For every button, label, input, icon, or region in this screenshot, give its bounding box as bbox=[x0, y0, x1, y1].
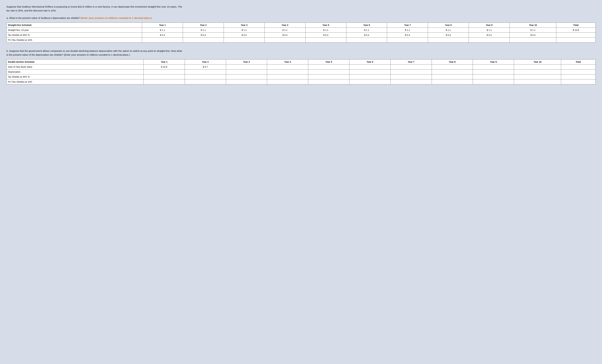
table-b-header-y10: Year 10 bbox=[514, 60, 561, 64]
cell-r3-c6[interactable] bbox=[390, 79, 432, 84]
cell-r0-c2[interactable] bbox=[226, 64, 267, 70]
cell-r0-c10[interactable] bbox=[561, 64, 595, 70]
currency-symbol: $ bbox=[201, 34, 202, 36]
table-b-header-y5: Year 5 bbox=[308, 60, 349, 64]
cell-r2-c1[interactable] bbox=[185, 74, 226, 79]
cell-r0-c5[interactable]: $1.1 bbox=[346, 28, 387, 33]
cell-r0-c9[interactable] bbox=[514, 64, 561, 70]
table-b-header-y3: Year 3 bbox=[226, 60, 267, 64]
cell-r0-c1[interactable]: $9.7 bbox=[185, 64, 226, 70]
cell-r1-c10[interactable] bbox=[556, 33, 596, 38]
cell-r1-c9[interactable] bbox=[514, 70, 561, 74]
cell-r2-c0[interactable] bbox=[143, 74, 185, 79]
cell-r0-c6[interactable] bbox=[390, 64, 432, 70]
cell-r3-c0[interactable] bbox=[143, 79, 185, 84]
cell-r1-c4[interactable]: $0.4 bbox=[305, 33, 346, 38]
cell-r0-c9[interactable]: $1.1 bbox=[510, 28, 556, 33]
cell-r1-c5[interactable]: $0.4 bbox=[346, 33, 387, 38]
cell-r2-c9[interactable] bbox=[510, 38, 556, 43]
cell-r0-c3[interactable]: $1.1 bbox=[265, 28, 305, 33]
table-a-header-y7: Year 7 bbox=[387, 23, 428, 28]
cell-r0-c8[interactable]: $1.1 bbox=[469, 28, 510, 33]
cell-r3-c8[interactable] bbox=[473, 79, 514, 84]
cell-r2-c6[interactable] bbox=[390, 74, 432, 79]
cell-r1-c4[interactable] bbox=[308, 70, 349, 74]
cell-r0-c3[interactable] bbox=[267, 64, 308, 70]
cell-r1-c10[interactable] bbox=[561, 70, 595, 74]
cell-r2-c4[interactable] bbox=[305, 38, 346, 43]
currency-symbol: $ bbox=[323, 34, 324, 36]
cell-r2-c3[interactable] bbox=[265, 38, 305, 43]
cell-r2-c0[interactable] bbox=[142, 38, 183, 43]
cell-r2-c7[interactable] bbox=[428, 38, 469, 43]
cell-r1-c8[interactable] bbox=[473, 70, 514, 74]
cell-r3-c5[interactable] bbox=[349, 79, 390, 84]
cell-r0-c1[interactable]: $1.1 bbox=[183, 28, 224, 33]
cell-r0-c6[interactable]: $1.1 bbox=[387, 28, 428, 33]
cell-r1-c0[interactable] bbox=[143, 70, 185, 74]
table-b-header-y2: Year 2 bbox=[185, 60, 226, 64]
table-row: Tax Shields at 35% Tc bbox=[7, 74, 596, 79]
cell-value: 0.4 bbox=[366, 34, 369, 36]
part-b-text: b. Suppose that the government allows co… bbox=[6, 49, 183, 57]
table-a-header-y6: Year 6 bbox=[346, 23, 387, 28]
cell-r1-c0[interactable]: $0.4 bbox=[142, 33, 183, 38]
cell-r2-c3[interactable] bbox=[267, 74, 308, 79]
cell-r2-c7[interactable] bbox=[432, 74, 473, 79]
cell-r3-c10[interactable] bbox=[561, 79, 595, 84]
cell-r2-c10[interactable] bbox=[556, 38, 596, 43]
cell-r1-c5[interactable] bbox=[349, 70, 390, 74]
cell-r2-c8[interactable] bbox=[469, 38, 510, 43]
cell-r1-c6[interactable]: $0.4 bbox=[387, 33, 428, 38]
cell-r1-c6[interactable] bbox=[390, 70, 432, 74]
cell-r2-c1[interactable] bbox=[183, 38, 224, 43]
cell-r3-c7[interactable] bbox=[432, 79, 473, 84]
cell-r3-c3[interactable] bbox=[267, 79, 308, 84]
cell-r0-c8[interactable] bbox=[473, 64, 514, 70]
cell-r1-c7[interactable]: $0.4 bbox=[428, 33, 469, 38]
currency-symbol: $ bbox=[282, 29, 284, 31]
cell-value: 1.1 bbox=[284, 29, 287, 31]
cell-r2-c2[interactable] bbox=[224, 38, 265, 43]
row-label-0: Straight-line, 10-year bbox=[7, 28, 142, 33]
cell-r1-c3[interactable] bbox=[267, 70, 308, 74]
currency-symbol: $ bbox=[323, 29, 324, 31]
cell-r0-c0[interactable]: $1.1 bbox=[142, 28, 183, 33]
cell-r1-c9[interactable]: $0.4 bbox=[510, 33, 556, 38]
cell-r1-c8[interactable]: $0.4 bbox=[469, 33, 510, 38]
cell-r2-c10[interactable] bbox=[561, 74, 595, 79]
cell-r2-c9[interactable] bbox=[514, 74, 561, 79]
cell-r1-c1[interactable] bbox=[185, 70, 226, 74]
cell-r1-c7[interactable] bbox=[432, 70, 473, 74]
cell-r0-c7[interactable]: $1.1 bbox=[428, 28, 469, 33]
cell-r2-c6[interactable] bbox=[387, 38, 428, 43]
cell-r0-c2[interactable]: $1.1 bbox=[224, 28, 265, 33]
cell-r0-c7[interactable] bbox=[432, 64, 473, 70]
cell-r3-c1[interactable] bbox=[185, 79, 226, 84]
cell-r1-c3[interactable]: $0.4 bbox=[265, 33, 305, 38]
cell-r3-c9[interactable] bbox=[514, 79, 561, 84]
cell-r1-c1[interactable]: $0.4 bbox=[183, 33, 224, 38]
part-b-text-bold: (Enter your answers in millions rounded … bbox=[64, 53, 129, 56]
cell-r0-c4[interactable]: $1.1 bbox=[305, 28, 346, 33]
table-a-header-y10: Year 10 bbox=[510, 23, 556, 28]
cell-r2-c4[interactable] bbox=[308, 74, 349, 79]
cell-r1-c2[interactable]: $0.4 bbox=[224, 33, 265, 38]
cell-r1-c2[interactable] bbox=[226, 70, 267, 74]
cell-r0-c0[interactable]: $10.8 bbox=[143, 64, 185, 70]
cell-r2-c5[interactable] bbox=[349, 74, 390, 79]
cell-r3-c2[interactable] bbox=[226, 79, 267, 84]
row-label-3: PV (Tax Shields) at 10% bbox=[7, 79, 144, 84]
cell-r0-c4[interactable] bbox=[308, 64, 349, 70]
table-b-header-y1: Year 1 bbox=[143, 60, 185, 64]
currency-symbol: $ bbox=[203, 66, 204, 68]
cell-value: 1.1 bbox=[243, 29, 247, 31]
cell-r2-c8[interactable] bbox=[473, 74, 514, 79]
cell-r0-c5[interactable] bbox=[349, 64, 390, 70]
cell-r0-c10[interactable]: $10.8 bbox=[556, 28, 596, 33]
currency-symbol: $ bbox=[405, 34, 406, 36]
intro-text: Suppose that Sudbury Mechanical Drifters… bbox=[6, 5, 183, 12]
cell-r2-c5[interactable] bbox=[346, 38, 387, 43]
cell-r3-c4[interactable] bbox=[308, 79, 349, 84]
cell-r2-c2[interactable] bbox=[226, 74, 267, 79]
